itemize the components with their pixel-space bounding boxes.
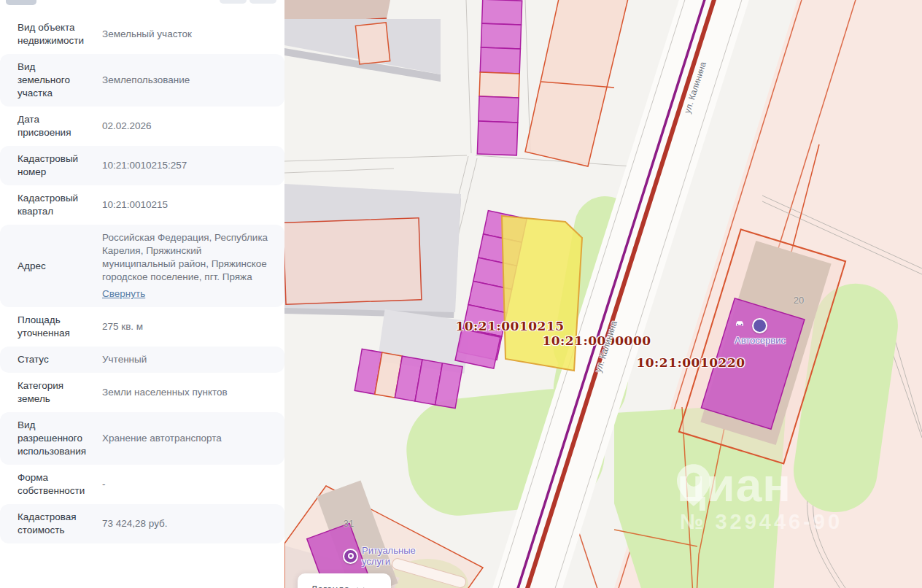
detail-label: Категория земель [18, 379, 90, 406]
detail-label: Площадь уточненная [18, 314, 90, 340]
cutoff-button-1 [220, 0, 247, 4]
detail-label: Статус [18, 353, 90, 366]
legend-button-label: Легенда [311, 584, 349, 588]
property-details-panel: Вид объекта недвижимости Земельный участ… [0, 0, 284, 588]
address-text: Российская Федерация, Республика Карелия… [102, 232, 268, 282]
detail-row: Вид объекта недвижимости Земельный участ… [0, 15, 284, 54]
detail-value: Земли населенных пунктов [102, 386, 276, 399]
detail-label: Дата присвоения [18, 113, 90, 139]
detail-value: Хранение автотранспорта [102, 432, 276, 445]
detail-row: Площадь уточненная 275 кв. м [0, 307, 284, 347]
poi-ritual-services[interactable]: Ритуальные услуги [343, 545, 416, 567]
cadastral-number-label[interactable]: 10:21:0010215 [455, 319, 564, 333]
house-number: 31 [344, 518, 354, 529]
cutoff-button-2 [249, 0, 276, 4]
detail-label: Вид разрешенного использования [18, 419, 90, 458]
detail-value: Землепользование [102, 74, 276, 87]
detail-label: Форма собственности [18, 471, 90, 498]
poi-label-line2: услуги [362, 556, 416, 567]
detail-label: Вид земельного участка [18, 61, 90, 100]
detail-value: 73 424,28 руб. [102, 517, 276, 530]
collapse-link[interactable]: Свернуть [102, 287, 145, 301]
detail-value: Учтенный [102, 353, 276, 366]
ritual-services-icon [343, 549, 358, 564]
detail-value: Земельный участок [102, 28, 276, 41]
detail-row: Статус Учтенный [0, 347, 284, 373]
poi-label-line1: Ритуальные [362, 545, 416, 556]
detail-row: Форма собственности - [0, 465, 284, 504]
detail-row-address: Адрес Российская Федерация, Республика К… [0, 225, 284, 307]
garage-strip-top [477, 0, 522, 155]
cadastral-number-label[interactable]: 10:21:0000000 [542, 333, 651, 348]
map-canvas [284, 0, 922, 588]
detail-value: 10:21:0010215:257 [102, 159, 276, 172]
house-number: 20 [794, 295, 804, 306]
cadastral-map[interactable]: 10:21:0010215 10:21:0000000 10:21:001022… [284, 0, 922, 588]
detail-label: Адрес [18, 260, 90, 273]
poi-autoservice[interactable]: Автосервис [735, 318, 786, 346]
poi-label: Автосервис [735, 335, 786, 346]
detail-value: Российская Федерация, Республика Карелия… [102, 231, 276, 301]
detail-row: Дата присвоения 02.02.2026 [0, 107, 284, 146]
detail-row: Категория земель Земли населенных пункто… [0, 373, 284, 412]
cutoff-tab [6, 0, 36, 5]
car-icon [753, 318, 768, 333]
detail-row: Кадастровый квартал 10:21:0010215 [0, 185, 284, 225]
detail-row: Кадастровая стоимость 73 424,28 руб. [0, 504, 284, 543]
detail-label: Кадастровый квартал [18, 192, 90, 218]
detail-label: Кадастровый номер [18, 152, 90, 179]
detail-row: Вид земельного участка Землепользование [0, 54, 284, 107]
detail-value: 02.02.2026 [102, 120, 276, 133]
detail-value: - [102, 478, 276, 491]
detail-row: Кадастровый номер 10:21:0010215:257 [0, 146, 284, 185]
detail-value: 10:21:0010215 [102, 198, 276, 212]
detail-label: Вид объекта недвижимости [18, 21, 90, 47]
chevron-down-icon [357, 584, 365, 588]
detail-value: 275 кв. м [102, 320, 276, 333]
detail-row: Вид разрешенного использования Хранение … [0, 412, 284, 465]
detail-label: Кадастровая стоимость [18, 511, 90, 537]
legend-button[interactable]: Легенда [298, 573, 391, 588]
cadastral-number-label[interactable]: 10:21:0010220 [636, 355, 745, 370]
